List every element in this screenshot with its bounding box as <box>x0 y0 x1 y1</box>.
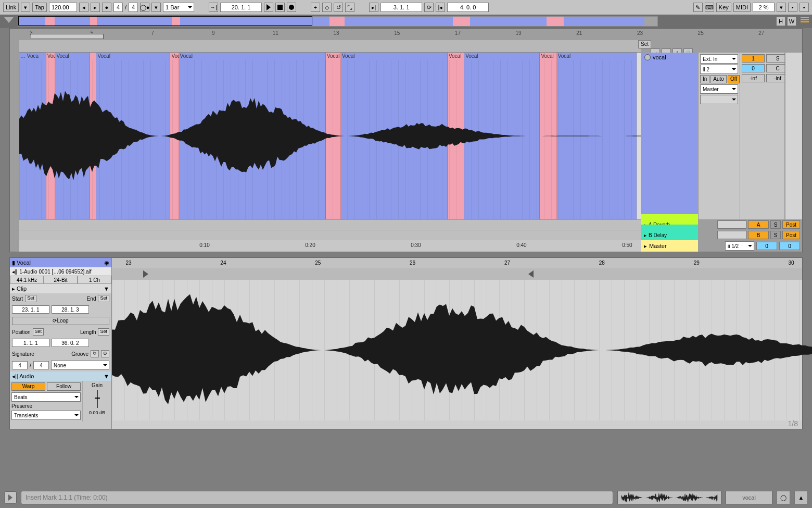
automation-arm-button[interactable]: ◇ <box>322 3 332 12</box>
hot-swap-groove-button[interactable]: ⊙ <box>101 350 109 357</box>
gain-slider[interactable] <box>97 390 98 408</box>
overdub-button[interactable]: + <box>311 3 320 12</box>
follow-button[interactable]: Follow <box>47 382 81 391</box>
loop-brace[interactable] <box>31 34 104 39</box>
track-header[interactable]: vocal <box>641 53 699 219</box>
preserve-select[interactable]: Transients <box>11 411 81 420</box>
return-b-solo[interactable]: S <box>770 231 781 239</box>
capture-button[interactable]: ⌜⌟ <box>345 3 354 12</box>
wide-button[interactable]: W <box>787 17 796 26</box>
play-button[interactable] <box>264 3 273 12</box>
quantize-select[interactable]: 1 Bar <box>163 3 194 12</box>
link-button[interactable]: Link <box>3 3 19 12</box>
master-header[interactable]: ▸Master <box>641 240 698 252</box>
len-set-button[interactable]: Set <box>98 328 109 336</box>
tap-button[interactable]: Tap <box>32 3 47 12</box>
set-locator-button[interactable]: Set <box>638 40 651 48</box>
send-a-knob[interactable]: 0 <box>742 64 765 72</box>
loop-button[interactable]: ⟳ Loop <box>12 317 109 325</box>
sig-den-field[interactable] <box>33 361 49 369</box>
clip-title-row[interactable]: ▮ Vocal ◉ <box>10 258 111 267</box>
sample-waveform[interactable] <box>112 280 802 420</box>
clip-panel-dropdown-icon[interactable]: ▼ <box>104 286 109 292</box>
commit-groove-button[interactable]: ↻ <box>91 350 99 357</box>
computer-midi-keyboard[interactable]: ⌨ <box>705 3 714 12</box>
audio-to-select[interactable]: Master <box>700 84 738 94</box>
monitor-off-button[interactable]: Off <box>728 75 740 83</box>
audio-from-select[interactable]: Ext. In <box>700 54 738 64</box>
session-view-icon[interactable] <box>801 17 809 22</box>
groove-disclosure-icon[interactable] <box>4 17 14 23</box>
clip-activator-icon[interactable]: ◉ <box>104 259 109 266</box>
sample-file-row[interactable]: ◂|| 1-Audio 0001 […06 094552].aif <box>10 267 111 276</box>
return-b-send-slot[interactable] <box>717 231 746 239</box>
preview-play-button[interactable] <box>4 491 17 504</box>
groove-record-icon[interactable]: ◯● <box>140 3 149 12</box>
draw-mode-button[interactable]: ✎ <box>693 3 703 12</box>
loop-button[interactable]: ⟳ <box>424 3 434 12</box>
return-a-send-slot[interactable] <box>717 220 746 229</box>
volume-meter[interactable] <box>785 53 802 219</box>
warp-marker-lane[interactable] <box>112 268 802 280</box>
return-a-activator[interactable]: A <box>748 220 769 229</box>
monitor-auto-button[interactable]: Auto <box>710 75 727 83</box>
loop-pos-field[interactable] <box>12 339 49 347</box>
reenable-automation-button[interactable]: ↺ <box>334 3 343 12</box>
punch-pos[interactable]: 3. 1. 1 <box>380 3 422 12</box>
timesig-den[interactable]: 4 <box>129 3 138 12</box>
punch-out-button[interactable]: |◂ <box>436 3 445 12</box>
record-button[interactable] <box>287 3 296 12</box>
scrub-area[interactable] <box>19 40 641 53</box>
arrange-position[interactable]: 20. 1. 1 <box>220 3 262 12</box>
return-b-post[interactable]: Post <box>782 231 800 239</box>
tempo-field[interactable]: 120.00 <box>49 3 77 12</box>
nudge-up-icon[interactable]: ▸ <box>91 3 100 12</box>
audio-panel-dropdown-icon[interactable]: ▼ <box>104 373 109 379</box>
key-map-button[interactable]: Key <box>716 3 731 12</box>
loop-length[interactable]: 4. 0. 0 <box>447 3 489 12</box>
sig-num-field[interactable] <box>12 361 28 369</box>
time-ruler[interactable]: 0:100:200:300:400:50 <box>19 240 641 252</box>
arrangement-overview[interactable] <box>18 16 658 27</box>
loop-len-field[interactable] <box>52 339 89 347</box>
hide-button[interactable]: H <box>776 17 785 26</box>
status-input[interactable] <box>21 491 613 504</box>
return-a-post[interactable]: Post <box>782 220 800 229</box>
follow-button[interactable]: →| <box>209 3 218 12</box>
groove-dropdown-icon[interactable]: ▾ <box>151 3 161 12</box>
global-quantize-select[interactable]: ii 1/2 <box>725 241 754 251</box>
beat-ruler[interactable]: 3579111315171921232527 <box>19 29 802 40</box>
return-a-solo[interactable]: S <box>770 220 781 229</box>
track-activator-button[interactable]: 1 <box>742 54 765 63</box>
cue-vol[interactable]: 0 <box>779 242 800 250</box>
output-channel-select[interactable] <box>700 95 738 104</box>
groove-select[interactable]: None <box>51 361 109 370</box>
sample-ruler[interactable]: 2324252627282930 <box>112 258 802 268</box>
audio-panel-header[interactable]: ◂|| Audio ▼ <box>10 371 111 381</box>
punch-in-button[interactable]: ▸| <box>369 3 378 12</box>
warp-button[interactable]: Warp <box>11 382 45 391</box>
mini-waveform[interactable] <box>617 491 721 504</box>
return-b-lane[interactable] <box>19 230 641 240</box>
clip-end-field[interactable] <box>52 305 89 314</box>
master-vol[interactable]: 0 <box>756 242 777 250</box>
metronome-button[interactable]: ● <box>102 3 111 12</box>
clip-start-field[interactable] <box>12 305 49 314</box>
midi-map-button[interactable]: MIDI <box>733 3 751 12</box>
track-lane[interactable]: … VocaVocVocalVocalVocaVocalVocalVocalVo… <box>19 53 641 219</box>
clip-view-button[interactable]: ▲ <box>794 491 808 504</box>
timesig-num[interactable]: 4 <box>113 3 123 12</box>
device-view-button[interactable]: ◯ <box>777 491 790 504</box>
track-launch-icon[interactable] <box>644 54 651 60</box>
pos-set-button[interactable]: Set <box>33 328 44 336</box>
stop-button[interactable] <box>275 3 285 12</box>
end-set-button[interactable]: Set <box>98 295 109 302</box>
end-marker[interactable] <box>528 270 534 278</box>
start-set-button[interactable]: Set <box>25 295 36 302</box>
warp-mode-select[interactable]: Beats <box>11 392 81 402</box>
overload-indicator[interactable]: ▾ <box>777 3 786 12</box>
return-a-lane[interactable] <box>19 219 641 230</box>
input-channel-select[interactable]: ii 2 <box>700 65 738 74</box>
start-marker[interactable] <box>143 270 148 278</box>
return-b-activator[interactable]: B <box>748 231 769 239</box>
